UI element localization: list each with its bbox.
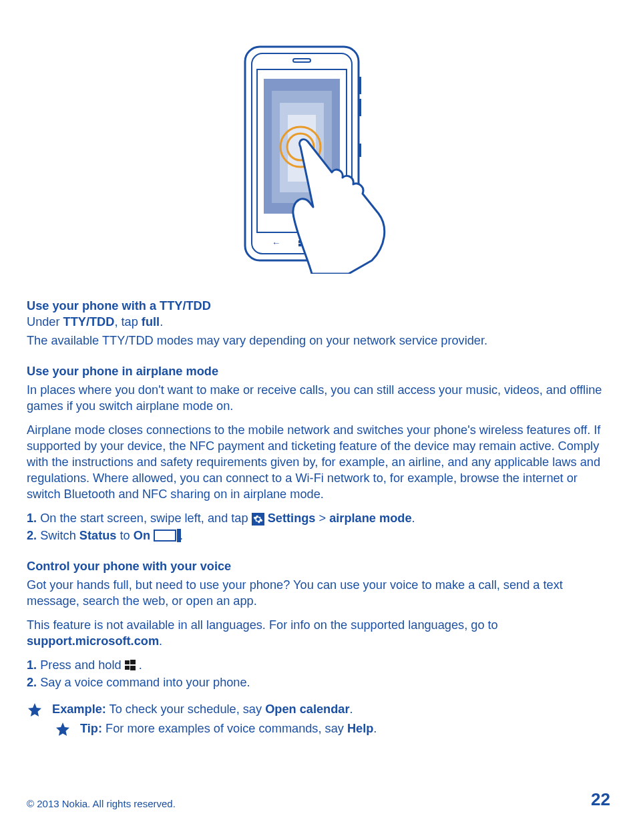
tty-heading: Use your phone with a TTY/TDD xyxy=(27,299,211,312)
example-callout: Example: To check your schedule, say Ope… xyxy=(27,701,610,718)
svg-rect-20 xyxy=(125,666,130,670)
svg-rect-19 xyxy=(130,660,136,664)
star-icon xyxy=(55,721,71,737)
star-icon xyxy=(27,702,43,718)
airplane-heading: Use your phone in airplane mode xyxy=(27,365,218,378)
phone-touch-illustration: ← xyxy=(27,40,610,278)
page-number: 22 xyxy=(591,788,610,811)
airplane-step1: 1. On the start screen, swipe left, and … xyxy=(27,510,610,526)
voice-heading: Control your phone with your voice xyxy=(27,560,231,573)
svg-rect-4 xyxy=(359,99,361,116)
svg-rect-5 xyxy=(359,144,361,157)
toggle-on-icon xyxy=(154,530,176,542)
svg-rect-3 xyxy=(359,77,361,94)
svg-text:←: ← xyxy=(272,238,280,248)
airplane-step2: 2. Switch Status to On . xyxy=(27,528,610,544)
airplane-para2: Airplane mode closes connections to the … xyxy=(27,422,610,502)
tty-note: The available TTY/TDD modes may vary dep… xyxy=(27,333,610,349)
voice-step1: 1. Press and hold . xyxy=(27,657,610,673)
copyright-text: © 2013 Nokia. All rights reserved. xyxy=(27,797,176,811)
settings-icon xyxy=(252,513,264,526)
windows-icon xyxy=(125,660,136,670)
voice-step2: 2. Say a voice command into your phone. xyxy=(27,674,610,690)
airplane-para1: In places where you don't want to make o… xyxy=(27,382,610,414)
voice-para2: This feature is not available in all lan… xyxy=(27,617,610,649)
svg-rect-21 xyxy=(130,666,136,670)
tty-instruction: Under TTY/TDD, tap full. xyxy=(27,314,610,330)
svg-rect-18 xyxy=(125,660,130,664)
tip-callout: Tip: For more examples of voice commands… xyxy=(55,720,610,737)
voice-para1: Got your hands full, but need to use you… xyxy=(27,577,610,609)
